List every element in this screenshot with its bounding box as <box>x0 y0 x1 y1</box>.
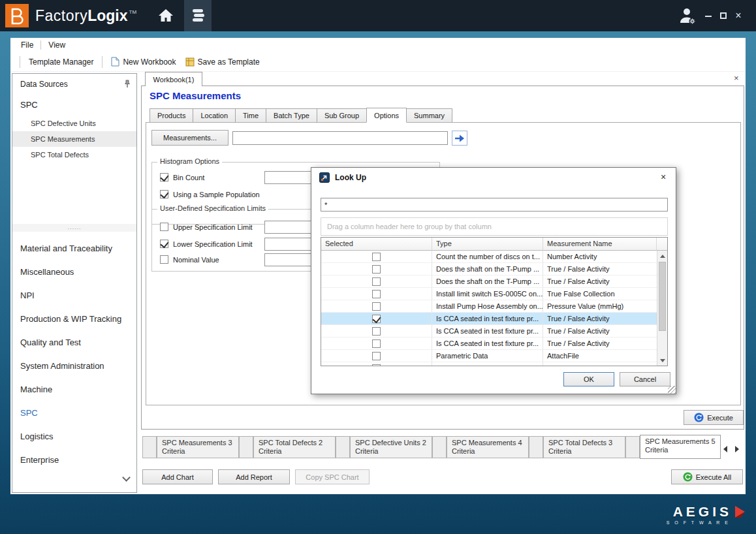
sidebar-scroll-down-button[interactable] <box>121 473 131 484</box>
tab-sub-group[interactable]: Sub Group <box>317 108 367 123</box>
criteria-tab-spc-total-defects-2[interactable]: SPC Total Defects 2Criteria <box>253 436 336 458</box>
table-row-selected[interactable]: Is CCA seated in test fixture pr... True… <box>321 313 657 325</box>
lookup-close-icon[interactable]: × <box>661 172 666 182</box>
execute-button[interactable]: Execute <box>684 410 744 425</box>
criteria-tab-stub[interactable] <box>529 436 543 458</box>
table-row[interactable]: Is CCA seated in test fixture pr... True… <box>321 338 657 350</box>
row-checkbox[interactable] <box>372 290 381 298</box>
sidebar-section-quality-and-test[interactable]: Quality and Test <box>20 331 81 354</box>
sidebar-section-npi[interactable]: NPI <box>20 284 35 307</box>
sidebar-section-production-wip-tracking[interactable]: Production & WIP Tracking <box>20 307 121 331</box>
workbooks-button[interactable] <box>184 0 212 31</box>
sidebar-section-logistics[interactable]: Logistics <box>20 425 54 448</box>
sidebar-section-miscellaneous[interactable]: Miscellaneous <box>20 260 74 284</box>
table-row[interactable]: Install Pump Hose Assembly on... Pressur… <box>321 300 657 313</box>
new-workbook-button[interactable]: New Workbook <box>106 54 180 69</box>
sidebar-splitter[interactable]: ...... <box>12 224 136 232</box>
row-checkbox[interactable] <box>372 327 381 336</box>
lower-spec-limit-checkbox[interactable] <box>160 240 168 248</box>
tab-options[interactable]: Options <box>366 108 407 123</box>
table-row[interactable]: Count the number of discs on t... Number… <box>321 251 657 263</box>
sidebar-group-spc[interactable]: SPC <box>20 100 38 110</box>
column-header-selected[interactable]: Selected <box>321 238 432 251</box>
row-checkbox[interactable] <box>372 253 381 261</box>
workbook-close-icon[interactable]: × <box>734 73 739 83</box>
scrollbar-thumb[interactable] <box>659 262 666 331</box>
table-row[interactable]: Is CCA seated in test fixture pr... True… <box>321 325 657 338</box>
tab-summary[interactable]: Summary <box>406 108 452 123</box>
row-type: Is CCA seated in test fixture pr... <box>432 338 543 350</box>
copy-spc-chart-button[interactable]: Copy SPC Chart <box>295 469 370 484</box>
sidebar-section-system-administration[interactable]: System Administration <box>20 354 104 378</box>
row-checkbox[interactable] <box>372 315 381 323</box>
tab-products[interactable]: Products <box>150 108 193 123</box>
execute-all-button[interactable]: Execute All <box>671 469 743 484</box>
criteria-tab-stub[interactable] <box>336 436 350 458</box>
lookup-dialog-titlebar[interactable]: Look Up × <box>311 168 677 187</box>
lookup-filter-input[interactable] <box>321 198 668 212</box>
table-scrollbar[interactable] <box>657 251 667 366</box>
sidebar-item-spc-total-defects[interactable]: SPC Total Defects <box>12 147 136 163</box>
criteria-tab-spc-measurements-5[interactable]: SPC Measurements 5Criteria <box>640 435 721 459</box>
maximize-button[interactable] <box>717 9 729 22</box>
tab-location[interactable]: Location <box>193 108 236 123</box>
criteria-scroll-right-button[interactable] <box>735 443 743 451</box>
table-row[interactable]: Does the shaft on the T-Pump ... True / … <box>321 263 657 275</box>
menu-file[interactable]: File <box>16 39 39 52</box>
row-checkbox[interactable] <box>372 265 381 274</box>
scroll-up-button[interactable] <box>657 251 667 261</box>
row-checkbox[interactable] <box>372 277 381 286</box>
resize-grip[interactable] <box>668 386 676 394</box>
measurements-button[interactable]: Measurements... <box>151 130 228 146</box>
workbook-tab[interactable]: Workbook(1) <box>145 72 202 86</box>
criteria-tab-stub[interactable] <box>625 436 640 458</box>
measurements-input[interactable] <box>232 131 448 145</box>
criteria-tab-spc-measurements-4[interactable]: SPC Measurements 4Criteria <box>447 436 529 458</box>
close-button[interactable]: × <box>732 9 745 22</box>
minimize-button[interactable] <box>702 9 714 22</box>
criteria-tab-spc-total-defects-3[interactable]: SPC Total Defects 3Criteria <box>543 436 625 458</box>
row-checkbox[interactable] <box>372 364 381 366</box>
criteria-tab-spc-measurements-3[interactable]: SPC Measurements 3Criteria <box>157 436 239 458</box>
column-header-type[interactable]: Type <box>432 238 543 251</box>
sidebar-section-spc[interactable]: SPC <box>20 401 38 425</box>
table-row[interactable]: Parametric Data AttachFile <box>321 350 657 362</box>
user-settings-button[interactable] <box>676 5 699 26</box>
criteria-scroll-left-button[interactable] <box>723 443 731 451</box>
criteria-tab-stub[interactable] <box>142 436 157 458</box>
ok-button[interactable]: OK <box>563 372 614 386</box>
nominal-value-checkbox[interactable] <box>160 255 168 264</box>
sidebar-section-enterprise[interactable]: Enterprise <box>20 448 59 472</box>
row-checkbox[interactable] <box>372 352 381 360</box>
table-row-partial[interactable] <box>321 362 657 366</box>
bin-count-checkbox[interactable] <box>160 173 168 181</box>
sidebar-section-material-and-traceability[interactable]: Material and Traceability <box>20 237 112 260</box>
save-as-template-button[interactable]: Save as Template <box>181 55 264 69</box>
add-chart-button[interactable]: Add Chart <box>142 469 213 484</box>
column-header-measurement-name[interactable]: Measurement Name <box>543 238 657 251</box>
table-row[interactable]: Install limit switch ES-0005C on... True… <box>321 288 657 300</box>
row-checkbox[interactable] <box>372 302 381 311</box>
pin-icon[interactable] <box>123 79 133 88</box>
criteria-tab-stub[interactable] <box>432 436 447 458</box>
cancel-button[interactable]: Cancel <box>620 372 670 386</box>
criteria-tab-spc-defective-units-2[interactable]: SPC Defective Units 2Criteria <box>350 436 432 458</box>
measurements-go-button[interactable] <box>452 131 467 146</box>
tab-batch-type[interactable]: Batch Type <box>266 108 317 123</box>
tab-time[interactable]: Time <box>235 108 266 123</box>
table-row[interactable]: Does the shaft on the T-Pump ... True / … <box>321 275 657 288</box>
sidebar-item-spc-measurements[interactable]: SPC Measurements <box>12 131 136 147</box>
sidebar-item-spc-defective-units[interactable]: SPC Defective Units <box>12 116 136 131</box>
upper-spec-limit-checkbox[interactable] <box>160 223 168 231</box>
scroll-down-button[interactable] <box>657 355 667 366</box>
row-checkbox[interactable] <box>372 339 381 348</box>
splitter-dots: ...... <box>67 224 81 230</box>
home-button[interactable] <box>155 7 176 25</box>
template-manager-button[interactable]: Template Manager <box>24 55 98 69</box>
sidebar-section-machine[interactable]: Machine <box>20 378 52 401</box>
add-report-button[interactable]: Add Report <box>218 469 290 484</box>
sample-population-checkbox[interactable] <box>160 190 168 198</box>
criteria-tab-stub[interactable] <box>239 436 253 458</box>
group-by-area[interactable]: Drag a column header here to group by th… <box>321 217 668 236</box>
menu-view[interactable]: View <box>43 39 71 52</box>
